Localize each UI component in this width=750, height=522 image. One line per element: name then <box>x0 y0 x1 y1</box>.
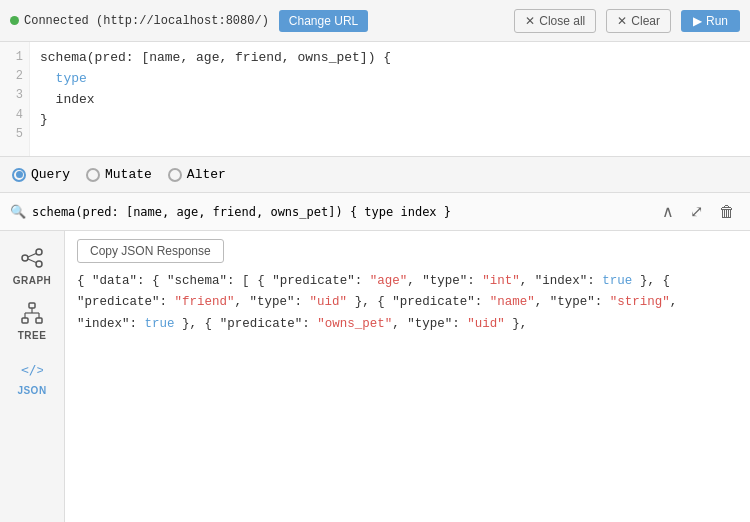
status-dot <box>10 16 19 25</box>
query-label: Query <box>31 167 70 182</box>
clear-icon: ✕ <box>617 14 627 28</box>
editor-area: 1 2 3 4 5 schema(pred: [name, age, frien… <box>0 42 750 157</box>
collapse-button[interactable]: ∧ <box>657 200 679 223</box>
tree-icon <box>21 302 43 327</box>
connection-status: Connected (http://localhost:8080/) <box>10 14 269 28</box>
search-icon: 🔍 <box>10 204 26 220</box>
svg-line-4 <box>28 259 36 263</box>
query-bar: Query Mutate Alter <box>0 157 750 193</box>
alter-option[interactable]: Alter <box>168 167 226 182</box>
svg-line-3 <box>28 254 36 258</box>
run-icon: ▶ <box>693 14 702 28</box>
copy-json-button[interactable]: Copy JSON Response <box>77 239 224 263</box>
svg-rect-5 <box>29 303 35 308</box>
line-number: 5 <box>0 125 23 144</box>
close-all-label: Close all <box>539 14 585 28</box>
sidebar: GRAPH TREE </> JS <box>0 231 65 522</box>
change-url-button[interactable]: Change URL <box>279 10 368 32</box>
svg-point-0 <box>22 255 28 261</box>
json-output: { "data": { "schema": [ { "predicate": "… <box>77 271 738 335</box>
alter-radio[interactable] <box>168 168 182 182</box>
line-numbers: 1 2 3 4 5 <box>0 42 30 156</box>
svg-point-2 <box>36 261 42 267</box>
main-content: GRAPH TREE </> JS <box>0 231 750 522</box>
mutate-option[interactable]: Mutate <box>86 167 152 182</box>
svg-rect-7 <box>36 318 42 323</box>
close-all-icon: ✕ <box>525 14 535 28</box>
mutate-radio[interactable] <box>86 168 100 182</box>
results-panel[interactable]: Copy JSON Response { "data": { "schema":… <box>65 231 750 522</box>
graph-label: GRAPH <box>13 275 52 286</box>
svg-point-1 <box>36 249 42 255</box>
top-bar: Connected (http://localhost:8080/) Chang… <box>0 0 750 42</box>
json-icon: </> <box>21 357 43 382</box>
line-number: 1 <box>0 48 23 67</box>
code-editor[interactable]: schema(pred: [name, age, friend, owns_pe… <box>30 42 750 156</box>
json-label: JSON <box>17 385 46 396</box>
graph-icon <box>21 247 43 272</box>
run-button[interactable]: ▶ Run <box>681 10 740 32</box>
run-label: Run <box>706 14 728 28</box>
svg-text:</>: </> <box>21 362 43 377</box>
clear-button[interactable]: ✕ Clear <box>606 9 671 33</box>
line-number: 3 <box>0 86 23 105</box>
delete-button[interactable]: 🗑 <box>714 201 740 223</box>
close-all-button[interactable]: ✕ Close all <box>514 9 596 33</box>
results-toolbar: 🔍 ∧ ⤢ 🗑 <box>0 193 750 231</box>
svg-rect-6 <box>22 318 28 323</box>
line-number: 4 <box>0 106 23 125</box>
sidebar-item-json[interactable]: </> JSON <box>0 349 64 404</box>
alter-label: Alter <box>187 167 226 182</box>
mutate-label: Mutate <box>105 167 152 182</box>
sidebar-item-tree[interactable]: TREE <box>0 294 64 349</box>
search-input[interactable] <box>32 205 651 219</box>
expand-button[interactable]: ⤢ <box>685 200 708 223</box>
tree-label: TREE <box>18 330 47 341</box>
sidebar-item-graph[interactable]: GRAPH <box>0 239 64 294</box>
query-radio[interactable] <box>12 168 26 182</box>
query-option[interactable]: Query <box>12 167 70 182</box>
clear-label: Clear <box>631 14 660 28</box>
connection-url: Connected (http://localhost:8080/) <box>24 14 269 28</box>
line-number: 2 <box>0 67 23 86</box>
